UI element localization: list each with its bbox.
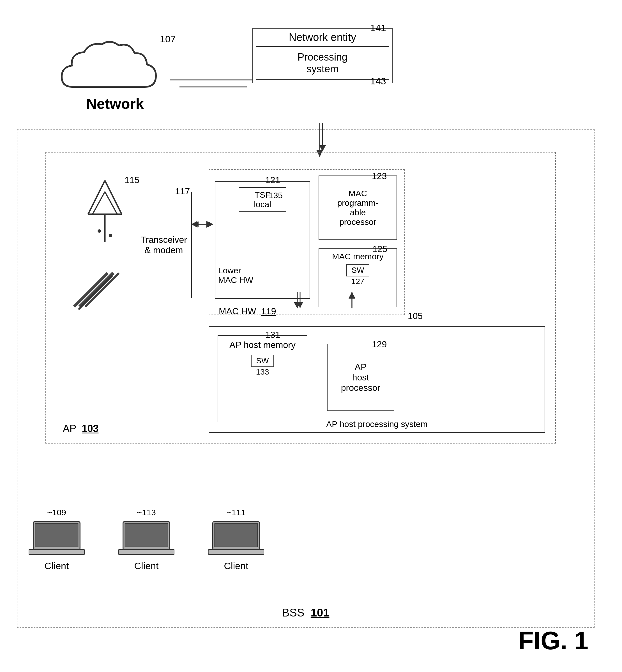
fig-label: FIG. 1 — [518, 626, 588, 655]
svg-rect-36 — [125, 523, 168, 547]
clients-area: ~109 Client ~113 Client — [29, 491, 264, 571]
svg-point-26 — [98, 229, 101, 233]
sw-mac-ref: 127 — [322, 277, 394, 286]
client1-group: ~109 Client — [29, 508, 85, 571]
sw-ap-box: SW — [251, 355, 274, 367]
ref-105: 105 — [408, 311, 423, 321]
client3-icon — [118, 518, 174, 558]
ap-box: 115 Transceiver & modem 117 TSF local 13… — [45, 152, 556, 444]
processing-system-box: Processing system — [256, 46, 389, 80]
network-entity-ref: 141 — [370, 23, 386, 33]
mac-prog-box: MAC programm- able processor — [318, 176, 397, 240]
transceiver-ref: 117 — [175, 186, 190, 197]
transceiver-modem-box: Transceiver & modem — [136, 192, 192, 298]
ap-label: AP 103 — [63, 423, 98, 434]
client1-icon — [29, 518, 85, 558]
lower-mac-box: TSF local 135 Lower MAC HW — [215, 181, 310, 299]
lower-mac-label: Lower MAC HW — [218, 256, 253, 294]
lightning — [68, 270, 125, 344]
ap-host-memory-ref: 131 — [265, 330, 280, 340]
ap-host-processor-ref: 129 — [372, 339, 387, 350]
mac-hw-dashed-box: TSF local 135 Lower MAC HW 121 MAC progr… — [209, 169, 405, 315]
mac-hw-label: MAC HW 119 — [219, 306, 276, 317]
antenna — [82, 175, 127, 254]
svg-rect-34 — [29, 550, 85, 555]
svg-rect-33 — [35, 523, 78, 547]
client2-icon — [208, 518, 264, 558]
ap-host-processor-box: AP host processor — [327, 344, 394, 411]
sw-mac-box: SW — [346, 264, 369, 276]
ap-host-box: AP host memory SW 133 131 AP host proces… — [209, 326, 545, 433]
client2-group: ~111 Client — [208, 508, 264, 571]
client1-label: Client — [29, 560, 85, 571]
network-entity-title: Network entity — [256, 31, 389, 43]
mac-memory-ref: 125 — [372, 244, 387, 254]
ap-host-system-label: AP host processing system — [326, 419, 427, 429]
bss-label: BSS 101 — [282, 606, 329, 619]
svg-rect-37 — [118, 550, 174, 555]
tsf-ref: 135 — [269, 191, 283, 200]
network-entity-box: Network entity Processing system — [252, 28, 392, 83]
mac-prog-ref: 123 — [372, 171, 387, 181]
diagram: Network 107 Network entity Processing sy… — [0, 0, 622, 672]
lower-mac-ref: 121 — [265, 175, 280, 185]
antenna-ref: 115 — [125, 175, 139, 185]
mac-memory-box: MAC memory SW 127 — [318, 248, 397, 307]
ap-host-memory-label: AP host memory — [220, 340, 305, 350]
sw-ap-ref: 133 — [220, 367, 305, 377]
svg-rect-40 — [208, 550, 264, 555]
bss-box: 115 Transceiver & modem 117 TSF local 13… — [17, 129, 594, 628]
processing-system-ref: 143 — [370, 76, 386, 86]
ap-host-memory-box: AP host memory SW 133 — [218, 335, 307, 422]
client2-label: Client — [208, 560, 264, 571]
processing-system-label: Processing system — [262, 51, 383, 75]
client3-group: ~113 Client — [118, 508, 174, 571]
network-label: Network — [65, 95, 166, 112]
svg-line-31 — [78, 276, 112, 310]
client3-label: Client — [118, 560, 174, 571]
network-ref: 107 — [160, 34, 176, 44]
svg-point-27 — [109, 234, 112, 237]
svg-rect-39 — [214, 523, 257, 547]
svg-line-28 — [80, 273, 113, 307]
